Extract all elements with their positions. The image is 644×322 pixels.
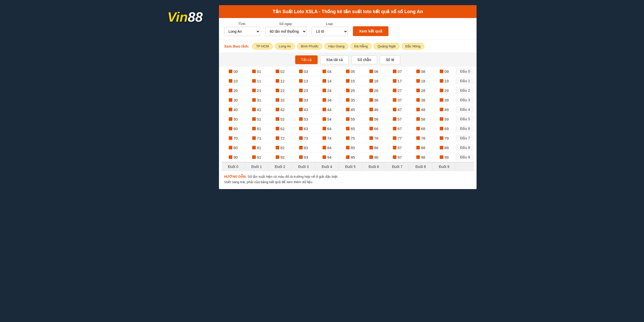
loto-cell-72[interactable]: 72: [268, 135, 292, 141]
loto-cell-61[interactable]: 61: [245, 125, 268, 132]
loai-select[interactable]: Lô tô Đầu đuôi Giải đặc biệt: [312, 27, 348, 36]
loto-cell-60[interactable]: 60: [222, 125, 245, 132]
loto-cell-91[interactable]: 91: [245, 154, 268, 160]
loto-cell-36[interactable]: 36: [362, 97, 386, 103]
loto-cell-28[interactable]: 28: [409, 87, 433, 94]
tinh-select[interactable]: Long An TP HCM Bình Phước Hậu Giang Đà N…: [224, 27, 260, 36]
loto-cell-07[interactable]: 07: [386, 68, 409, 75]
loto-cell-04[interactable]: 04: [315, 68, 339, 75]
loto-cell-74[interactable]: 74: [315, 135, 339, 141]
loto-cell-53[interactable]: 53: [292, 116, 315, 122]
loto-cell-83[interactable]: 83: [292, 145, 315, 151]
loto-cell-00[interactable]: 00: [222, 68, 245, 75]
loto-cell-45[interactable]: 45: [339, 106, 362, 113]
tag-tphcm[interactable]: TP HCM: [252, 43, 273, 49]
loto-cell-31[interactable]: 31: [245, 97, 268, 103]
loto-cell-29[interactable]: 29: [433, 87, 456, 94]
loto-cell-89[interactable]: 89: [433, 145, 456, 151]
loto-cell-96[interactable]: 96: [362, 154, 386, 160]
loto-cell-44[interactable]: 44: [315, 106, 339, 113]
loto-cell-33[interactable]: 33: [292, 97, 315, 103]
loto-cell-55[interactable]: 55: [339, 116, 362, 122]
loto-cell-35[interactable]: 35: [339, 97, 362, 103]
loto-cell-84[interactable]: 84: [315, 145, 339, 151]
loto-cell-50[interactable]: 50: [222, 116, 245, 122]
loto-cell-38[interactable]: 38: [409, 97, 433, 103]
loto-cell-20[interactable]: 20: [222, 87, 245, 94]
loto-cell-73[interactable]: 73: [292, 135, 315, 141]
loto-cell-63[interactable]: 63: [292, 125, 315, 132]
loto-cell-86[interactable]: 86: [362, 145, 386, 151]
loto-cell-70[interactable]: 70: [222, 135, 245, 141]
filter-so-le[interactable]: Số lẻ: [380, 55, 400, 64]
loto-cell-41[interactable]: 41: [245, 106, 268, 113]
loto-cell-32[interactable]: 32: [268, 97, 292, 103]
loto-cell-06[interactable]: 06: [362, 68, 386, 75]
loto-cell-21[interactable]: 21: [245, 87, 268, 94]
loto-cell-49[interactable]: 49: [433, 106, 456, 113]
loto-cell-23[interactable]: 23: [292, 87, 315, 94]
tag-quangngai[interactable]: Quảng Ngãi: [374, 43, 399, 49]
loto-cell-48[interactable]: 48: [409, 106, 433, 113]
loto-cell-13[interactable]: 13: [292, 78, 315, 84]
loto-cell-16[interactable]: 16: [362, 78, 386, 84]
loto-cell-69[interactable]: 69: [433, 125, 456, 132]
filter-so-chan[interactable]: Số chẵn: [351, 55, 377, 64]
loto-cell-40[interactable]: 40: [222, 106, 245, 113]
loto-cell-92[interactable]: 92: [268, 154, 292, 160]
loto-cell-24[interactable]: 24: [315, 87, 339, 94]
loto-cell-75[interactable]: 75: [339, 135, 362, 141]
tag-haugiang[interactable]: Hậu Giang: [324, 43, 348, 49]
loto-cell-19[interactable]: 19: [433, 78, 456, 84]
loto-cell-57[interactable]: 57: [386, 116, 409, 122]
loto-cell-77[interactable]: 77: [386, 135, 409, 141]
loto-cell-15[interactable]: 15: [339, 78, 362, 84]
loto-cell-08[interactable]: 08: [409, 68, 433, 75]
loto-cell-22[interactable]: 22: [268, 87, 292, 94]
loto-cell-82[interactable]: 82: [268, 145, 292, 151]
loto-cell-66[interactable]: 66: [362, 125, 386, 132]
loto-cell-54[interactable]: 54: [315, 116, 339, 122]
loto-cell-09[interactable]: 09: [433, 68, 456, 75]
loto-cell-80[interactable]: 80: [222, 145, 245, 151]
loto-cell-87[interactable]: 87: [386, 145, 409, 151]
loto-cell-64[interactable]: 64: [315, 125, 339, 132]
loto-cell-93[interactable]: 93: [292, 154, 315, 160]
loto-cell-78[interactable]: 78: [409, 135, 433, 141]
loto-cell-94[interactable]: 94: [315, 154, 339, 160]
loto-cell-34[interactable]: 34: [315, 97, 339, 103]
loto-cell-99[interactable]: 99: [433, 154, 456, 160]
loto-cell-85[interactable]: 85: [339, 145, 362, 151]
loto-cell-46[interactable]: 46: [362, 106, 386, 113]
search-button[interactable]: Xem kết quả: [353, 26, 388, 36]
loto-cell-42[interactable]: 42: [268, 106, 292, 113]
filter-tat-ca[interactable]: Tất cả: [295, 55, 318, 64]
loto-cell-01[interactable]: 01: [245, 68, 268, 75]
tag-dacnong[interactable]: Đắc Nông: [402, 43, 425, 49]
tag-longan[interactable]: Long An: [275, 43, 295, 49]
loto-cell-68[interactable]: 68: [409, 125, 433, 132]
loto-cell-39[interactable]: 39: [433, 97, 456, 103]
loto-cell-79[interactable]: 79: [433, 135, 456, 141]
loto-cell-52[interactable]: 52: [268, 116, 292, 122]
loto-cell-37[interactable]: 37: [386, 97, 409, 103]
filter-xoa-tat-ca[interactable]: Xóa tất cả: [320, 55, 349, 64]
loto-cell-17[interactable]: 17: [386, 78, 409, 84]
loto-cell-03[interactable]: 03: [292, 68, 315, 75]
loto-cell-59[interactable]: 59: [433, 116, 456, 122]
loto-cell-10[interactable]: 10: [222, 78, 245, 84]
loto-cell-65[interactable]: 65: [339, 125, 362, 132]
loto-cell-47[interactable]: 47: [386, 106, 409, 113]
loto-cell-67[interactable]: 67: [386, 125, 409, 132]
loto-cell-43[interactable]: 43: [292, 106, 315, 113]
loto-cell-71[interactable]: 71: [245, 135, 268, 141]
loto-cell-88[interactable]: 88: [409, 145, 433, 151]
loto-cell-25[interactable]: 25: [339, 87, 362, 94]
so-ngay-select[interactable]: 10 lần mở thưởng 20 lần mở thưởng 30 lần…: [265, 27, 307, 36]
loto-cell-58[interactable]: 58: [409, 116, 433, 122]
tag-binhphuoc[interactable]: Bình Phước: [297, 43, 323, 49]
loto-cell-11[interactable]: 11: [245, 78, 268, 84]
loto-cell-18[interactable]: 18: [409, 78, 433, 84]
loto-cell-51[interactable]: 51: [245, 116, 268, 122]
loto-cell-14[interactable]: 14: [315, 78, 339, 84]
